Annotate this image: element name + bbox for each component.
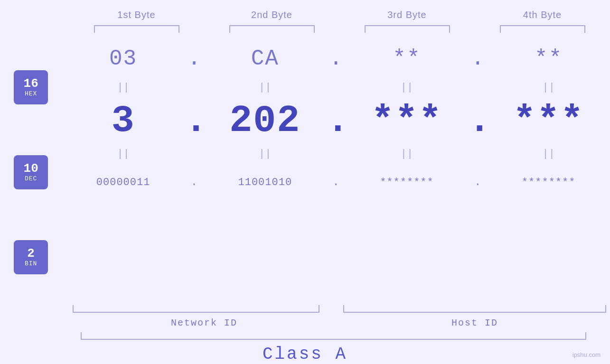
hex-value-2: CA: [251, 47, 279, 71]
equals-3: ||: [401, 82, 413, 93]
host-id-bracket: [343, 305, 606, 313]
equals-row-2: || || || ||: [62, 144, 610, 163]
dec-cell-3: ***: [346, 99, 469, 142]
equals2-2: ||: [259, 148, 271, 160]
bracket-cell-1: [69, 25, 204, 33]
byte-header-4: 4th Byte: [475, 9, 610, 20]
bin-value-3: ********: [380, 177, 434, 188]
bin-cell-3: ********: [346, 177, 469, 188]
host-id-label-cell: Host ID: [339, 317, 610, 328]
class-bracket: [81, 332, 586, 340]
hex-value-4: **: [535, 47, 563, 71]
badge-dec-label: DEC: [25, 175, 37, 182]
class-label: Class A: [263, 345, 347, 364]
bin-cell-2: 11001010: [204, 177, 327, 188]
bin-dot-2: .: [327, 177, 346, 188]
eq-cell-1: ||: [62, 82, 185, 93]
byte-headers: 1st Byte 2nd Byte 3rd Byte 4th Byte: [69, 9, 610, 20]
badge-dec: 10 DEC: [14, 155, 48, 189]
eq2-cell-2: ||: [204, 148, 327, 160]
eq2-cell-1: ||: [62, 148, 185, 160]
hex-dot-2: .: [327, 47, 346, 71]
hex-value-1: 03: [109, 47, 137, 71]
equals-2: ||: [259, 82, 271, 93]
badge-bin: 2 BIN: [14, 240, 48, 274]
main-container: 1st Byte 2nd Byte 3rd Byte 4th Byte 16 H…: [0, 0, 610, 364]
bracket-top-4: [500, 25, 585, 33]
bin-row: 00000011 . 11001010 . ******** .: [62, 163, 610, 201]
bin-value-4: ********: [522, 177, 576, 188]
eq-cell-4: ||: [487, 82, 610, 93]
eq-cell-2: ||: [204, 82, 327, 93]
bracket-cell-2: [204, 25, 339, 33]
network-id-label-cell: Network ID: [69, 317, 339, 328]
eq2-cell-4: ||: [487, 148, 610, 160]
bin-cell-4: ********: [487, 177, 610, 188]
eq-cell-3: ||: [346, 82, 469, 93]
byte-header-3: 3rd Byte: [339, 9, 475, 20]
dec-value-4: ***: [513, 99, 584, 142]
hex-cell-3: **: [346, 47, 469, 71]
hex-dot-1: .: [185, 47, 204, 71]
eq2-cell-3: ||: [346, 148, 469, 160]
bracket-top-1: [94, 25, 179, 33]
badge-bin-number: 2: [27, 247, 35, 261]
badge-bin-label: BIN: [25, 260, 37, 267]
dec-cell-4: ***: [487, 99, 610, 142]
equals-4: ||: [542, 82, 554, 93]
equals-1: ||: [117, 82, 129, 93]
bracket-top-2: [229, 25, 315, 33]
dec-value-1: 3: [112, 99, 135, 142]
hex-dot-3: .: [468, 47, 487, 71]
hex-cell-1: 03: [62, 47, 185, 71]
network-id-bracket: [73, 305, 319, 313]
bin-cell-1: 00000011: [62, 177, 185, 188]
badge-hex: 16 HEX: [14, 70, 48, 104]
badge-hex-label: HEX: [25, 90, 37, 97]
equals2-4: ||: [542, 148, 554, 160]
equals2-3: ||: [401, 148, 413, 160]
equals2-1: ||: [117, 148, 129, 160]
dec-value-2: 202: [229, 99, 300, 142]
bin-value-2: 11001010: [238, 177, 292, 188]
equals-row-1: || || || ||: [62, 78, 610, 97]
network-id-label: Network ID: [171, 317, 237, 328]
dec-value-3: ***: [371, 99, 442, 142]
badges-column: 16 HEX 10 DEC 2 BIN: [0, 40, 62, 304]
bin-dot-1: .: [185, 177, 204, 188]
dec-dot-3: .: [468, 99, 487, 142]
bracket-cell-3: [339, 25, 475, 33]
byte-header-2: 2nd Byte: [204, 9, 339, 20]
hex-cell-2: CA: [204, 47, 327, 71]
hex-row: 03 . CA . ** . **: [62, 40, 610, 78]
bottom-brackets-area: [69, 305, 610, 315]
bracket-top-3: [365, 25, 450, 33]
class-label-row: Class A: [0, 345, 610, 364]
top-brackets: [69, 25, 610, 33]
host-id-label: Host ID: [451, 317, 498, 328]
hex-cell-4: **: [487, 47, 610, 71]
data-rows: 03 . CA . ** . **: [62, 40, 610, 304]
bracket-cell-4: [475, 25, 610, 33]
watermark: ipshu.com: [572, 351, 601, 358]
dec-row: 3 . 202 . *** . ***: [62, 97, 610, 144]
dec-cell-2: 202: [204, 99, 327, 142]
bin-value-1: 00000011: [96, 177, 150, 188]
byte-header-1: 1st Byte: [69, 9, 204, 20]
hex-value-3: **: [393, 47, 421, 71]
dec-dot-2: .: [327, 99, 346, 142]
dec-cell-1: 3: [62, 99, 185, 142]
badge-dec-number: 10: [24, 162, 38, 176]
badge-hex-number: 16: [24, 77, 38, 91]
dec-dot-1: .: [185, 99, 204, 142]
id-labels-row: Network ID Host ID: [69, 317, 610, 328]
bin-dot-3: .: [468, 177, 487, 188]
